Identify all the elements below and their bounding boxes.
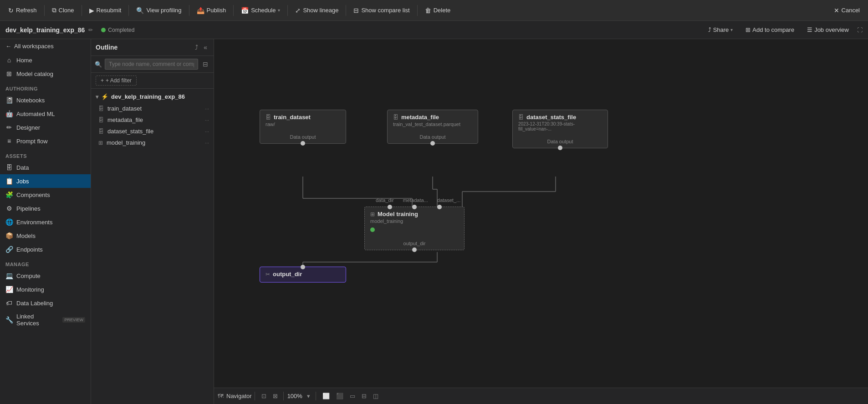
navigator-map-icon: 🗺 — [218, 393, 224, 399]
layout-btn-2[interactable]: ⬛ — [333, 392, 346, 400]
sidebar-item-compute[interactable]: 💻 Compute — [0, 269, 91, 283]
sidebar-item-models[interactable]: 📦 Models — [0, 229, 91, 242]
separator-1 — [44, 5, 45, 16]
sidebar-item-data-labeling[interactable]: 🏷 Data Labeling — [0, 296, 91, 310]
navigator-label: Navigator — [226, 393, 252, 399]
authoring-section-label: Authoring — [0, 81, 91, 93]
sidebar-item-prompt-flow[interactable]: ≡ Prompt flow — [0, 134, 91, 148]
designer-icon: ✏ — [5, 124, 13, 131]
sidebar-item-designer[interactable]: ✏ Designer — [0, 121, 91, 134]
add-to-compare-button[interactable]: ⊞ Add to compare — [741, 25, 799, 35]
node-metadata-file[interactable]: 🗄 metadata_file train_val_test_dataset.p… — [387, 110, 478, 144]
canvas[interactable]: 🗄 train_dataset raw/ Data output 🗄 metad… — [214, 39, 868, 388]
view-profiling-button[interactable]: 🔍 View profiling — [132, 5, 186, 16]
sidebar-item-compute-label: Compute — [16, 273, 41, 279]
tree-item-model-training[interactable]: ⊞ model_training ··· — [91, 137, 214, 148]
layout-btn-4[interactable]: ⊟ — [359, 392, 369, 400]
compare-icon: ⊟ — [353, 7, 359, 14]
refresh-button[interactable]: ↻ Refresh — [4, 5, 41, 16]
navigator-zoom-controls: ⊡ ⊠ — [255, 392, 281, 400]
node-port-model-top-2 — [412, 205, 417, 209]
sidebar-item-notebooks[interactable]: 📓 Notebooks — [0, 93, 91, 107]
outline-title: Outline — [96, 44, 190, 51]
add-filter-button[interactable]: + + Add filter — [96, 76, 137, 86]
delete-icon: 🗑 — [425, 7, 431, 14]
sidebar-item-endpoints[interactable]: 🔗 Endpoints — [0, 242, 91, 256]
add-compare-icon: ⊞ — [745, 26, 751, 33]
sidebar-item-linked-services-label: Linked Services — [16, 313, 57, 327]
jobs-icon: 📋 — [5, 177, 13, 185]
nav-fit-button[interactable]: ⊠ — [270, 392, 281, 400]
status-badge: Completed — [97, 26, 139, 34]
tree-item-icon-2: 🗄 — [98, 117, 104, 123]
layout-btn-1[interactable]: ⬜ — [320, 392, 332, 400]
schedule-button[interactable]: 📅 Schedule ▾ — [236, 5, 285, 16]
sidebar-item-data-label: Data — [16, 164, 29, 171]
expand-icon[interactable]: ⛶ — [857, 27, 863, 33]
zoom-control: 100% ▾ — [283, 392, 313, 400]
automated-ml-icon: 🤖 — [5, 110, 13, 117]
search-input[interactable] — [105, 59, 198, 70]
sidebar-item-pipelines-label: Pipelines — [16, 205, 41, 212]
sidebar-item-designer-label: Designer — [16, 124, 40, 131]
cancel-button[interactable]: ✕ Cancel — [829, 5, 864, 16]
layout-btn-3[interactable]: ▭ — [347, 392, 358, 400]
notebooks-icon: 📓 — [5, 96, 13, 104]
back-button[interactable]: ← All workspaces — [0, 39, 91, 53]
refresh-icon: ↻ — [8, 7, 14, 14]
sidebar-item-linked-services[interactable]: 🔧 Linked Services PREVIEW — [0, 310, 91, 330]
sidebar-item-components[interactable]: 🧩 Components — [0, 188, 91, 202]
nav-fit-width-button[interactable]: ⊡ — [259, 392, 269, 400]
node-train-dataset[interactable]: 🗄 train_dataset raw/ Data output — [260, 110, 346, 144]
tree-expand-icon: ▾ — [96, 94, 98, 100]
separator-6 — [287, 5, 288, 16]
node-data-icon-1: 🗄 — [266, 114, 271, 121]
publish-icon: 📤 — [197, 7, 204, 14]
sidebar-item-model-catalog[interactable]: ⊞ Model catalog — [0, 67, 91, 81]
models-icon: 📦 — [5, 232, 13, 239]
node-port-model-bottom — [412, 247, 417, 252]
node-output-dir[interactable]: ✂ output_dir — [260, 267, 346, 283]
lineage-icon: ⤢ — [295, 7, 301, 14]
sidebar-item-automated-ml[interactable]: 🤖 Automated ML — [0, 107, 91, 121]
layout-btn-5[interactable]: ◫ — [370, 392, 381, 400]
outline-collapse-button[interactable]: « — [202, 43, 209, 52]
sidebar-item-environments[interactable]: 🌐 Environments — [0, 215, 91, 229]
sidebar-item-pipelines[interactable]: ⚙ Pipelines — [0, 202, 91, 215]
delete-button[interactable]: 🗑 Delete — [420, 5, 455, 16]
main-toolbar: ↻ Refresh ⧉ Clone ▶ Resubmit 🔍 View prof… — [0, 0, 868, 21]
tree-item-train-dataset[interactable]: 🗄 train_dataset ··· — [91, 103, 214, 114]
model-status-dot — [370, 227, 375, 232]
show-compare-button[interactable]: ⊟ Show compare list — [349, 5, 414, 16]
separator-3 — [128, 5, 129, 16]
sidebar-item-data[interactable]: 🗄 Data — [0, 161, 91, 174]
publish-button[interactable]: 📤 Publish — [192, 5, 231, 16]
filter-button[interactable]: ⊟ — [201, 60, 210, 69]
node-port-output-top — [301, 265, 305, 269]
clone-button[interactable]: ⧉ Clone — [47, 5, 79, 16]
sidebar-item-monitoring[interactable]: 📈 Monitoring — [0, 283, 91, 296]
edit-icon[interactable]: ✏ — [88, 27, 93, 33]
sidebar-item-jobs-label: Jobs — [16, 178, 29, 185]
node-model-training[interactable]: ⊞ Model training model_training output_d… — [364, 207, 465, 250]
sidebar-item-home[interactable]: ⌂ Home — [0, 53, 91, 67]
cancel-icon: ✕ — [834, 7, 839, 14]
node-dataset-stats-file[interactable]: 🗄 dataset_stats_file 2023-12-31T20:30:39… — [512, 110, 608, 148]
show-lineage-button[interactable]: ⤢ Show lineage — [291, 5, 343, 16]
tree-item-metadata-file[interactable]: 🗄 metadata_file ··· — [91, 114, 214, 126]
toolbar-right: ✕ Cancel — [829, 5, 864, 16]
resubmit-button[interactable]: ▶ Resubmit — [85, 5, 126, 16]
outline-actions: ⤴ « — [193, 43, 209, 52]
zoom-dropdown-button[interactable]: ▾ — [304, 392, 313, 400]
preview-badge: PREVIEW — [62, 317, 85, 323]
node-port-dataset-stats — [558, 146, 562, 150]
node-port-model-top-3 — [437, 205, 442, 209]
sidebar-item-jobs[interactable]: 📋 Jobs — [0, 174, 91, 188]
tree-root[interactable]: ▾ ⚡ dev_kelp_training_exp_86 — [91, 91, 214, 103]
home-icon: ⌂ — [5, 56, 13, 64]
back-label: All workspaces — [14, 43, 54, 50]
job-overview-button[interactable]: ☰ Job overview — [802, 25, 853, 35]
outline-share-button[interactable]: ⤴ — [193, 43, 200, 52]
share-button[interactable]: ⤴ Share ▾ — [704, 25, 738, 35]
tree-item-dataset-stats-file[interactable]: 🗄 dataset_stats_file ··· — [91, 126, 214, 137]
